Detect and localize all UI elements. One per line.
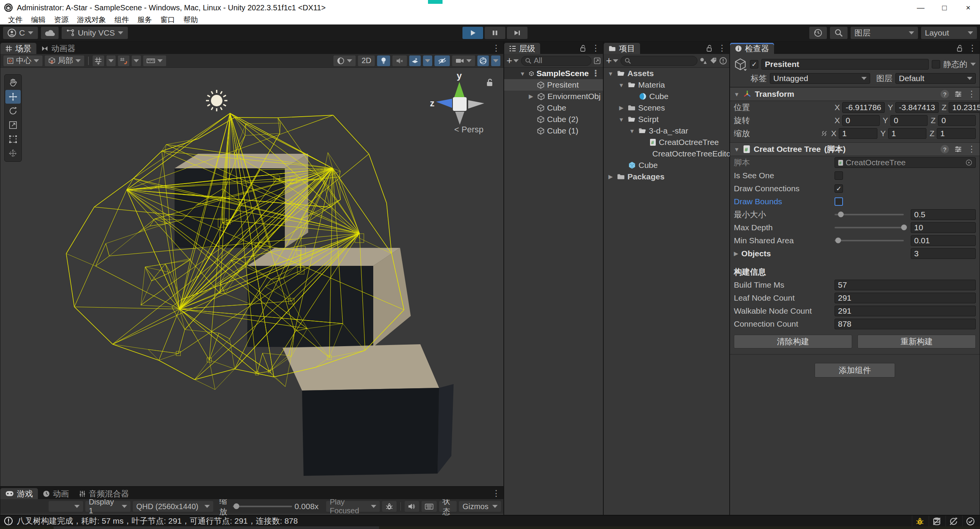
tree-item-scene[interactable]: ▼ SampleScene ⋮ <box>504 68 603 79</box>
active-checkbox[interactable]: ✓ <box>750 60 758 68</box>
auto-refresh-disabled-button[interactable] <box>946 516 961 527</box>
slider-thumb[interactable] <box>835 238 841 243</box>
camera-dropdown[interactable] <box>452 55 475 66</box>
unlock-icon[interactable] <box>706 45 712 52</box>
tree-item-cube-1[interactable]: Cube (1) <box>504 125 603 137</box>
menu-assets[interactable]: 资源 <box>50 15 73 25</box>
search-by-label-button[interactable] <box>710 57 717 64</box>
2d-toggle-button[interactable]: 2D <box>358 55 375 66</box>
menu-component[interactable]: 组件 <box>110 15 133 25</box>
unity-vcs-button[interactable]: Unity VCS <box>62 27 128 39</box>
script-object-field[interactable]: # CreatOctreeTree <box>835 157 976 168</box>
orientation-gizmo[interactable]: y z <box>428 70 493 147</box>
resolution-dropdown[interactable]: QHD (2560x1440) <box>133 501 213 512</box>
hidden-packages-button[interactable] <box>719 57 727 65</box>
slider-thumb[interactable] <box>901 225 907 230</box>
inspector-menu-kebab-icon[interactable]: ⋮ <box>968 43 977 53</box>
tool-handle-pivot-dropdown[interactable]: 中心 <box>3 55 42 66</box>
help-icon[interactable]: ? <box>941 90 949 98</box>
display-dropdown[interactable]: Display 1 <box>85 501 131 512</box>
hierarchy-menu-kebab-icon[interactable]: ⋮ <box>591 43 600 53</box>
projection-label[interactable]: < Persp <box>454 125 483 135</box>
rotation-x-field[interactable]: 0 <box>842 115 880 126</box>
draw-connections-checkbox[interactable]: ✓ <box>835 184 843 193</box>
menu-help[interactable]: 帮助 <box>179 15 202 25</box>
tree-item-assets[interactable]: ▼ Assets <box>604 68 729 79</box>
lighting-toggle-button[interactable] <box>377 55 390 66</box>
zoom-slider-thumb[interactable] <box>234 503 239 509</box>
min-size-slider[interactable] <box>835 210 904 219</box>
tree-item-enviormentobj[interactable]: ▶ EnviormentObj <box>504 91 603 102</box>
snap-increment-button[interactable] <box>118 55 129 66</box>
scene-viewport[interactable]: y z < Persp <box>0 68 503 486</box>
rebuild-button[interactable]: 重新构建 <box>858 335 976 348</box>
vsync-keyboard-button[interactable] <box>421 501 437 512</box>
leaf-node-field[interactable]: 291 <box>835 293 976 303</box>
tree-item-scirpt[interactable]: ▼ Scirpt <box>604 114 729 125</box>
scale-x-field[interactable]: 1 <box>839 128 877 139</box>
search-by-type-button[interactable] <box>700 57 707 64</box>
link-broken-icon[interactable] <box>820 130 828 137</box>
is-see-one-checkbox[interactable] <box>835 171 843 180</box>
game-gizmos-dropdown[interactable]: Gizmos <box>459 501 501 512</box>
debugger-attached-button[interactable] <box>912 516 927 527</box>
shading-mode-dropdown[interactable] <box>333 55 356 66</box>
effects-dropdown[interactable] <box>423 55 432 66</box>
presets-icon[interactable] <box>954 145 962 153</box>
rotation-z-field[interactable]: 0 <box>938 115 976 126</box>
zoom-slider[interactable] <box>233 506 292 507</box>
tab-animation[interactable]: 动画 <box>38 488 74 499</box>
menu-edit[interactable]: 编辑 <box>27 15 50 25</box>
tag-dropdown[interactable]: Untagged <box>770 73 870 84</box>
tree-item-presitent[interactable]: Presitent <box>504 79 603 91</box>
game-menu-kebab-icon[interactable]: ⋮ <box>492 488 500 498</box>
open-search-window-button[interactable] <box>594 57 601 64</box>
stats-button[interactable]: 状态 <box>439 501 457 512</box>
aspect-dropdown[interactable] <box>49 501 83 512</box>
max-depth-slider[interactable] <box>835 223 904 232</box>
step-button[interactable] <box>507 27 528 39</box>
clear-build-button[interactable]: 清除构建 <box>734 335 852 348</box>
scale-tool-button[interactable] <box>5 118 21 132</box>
layout-dropdown[interactable]: Layout <box>921 27 977 39</box>
effects-toggle-button[interactable] <box>409 55 421 66</box>
tree-item-cube-2[interactable]: Cube (2) <box>504 114 603 125</box>
component-kebab-icon[interactable]: ⋮ <box>967 89 976 99</box>
foldout-open-icon[interactable]: ▼ <box>734 91 740 98</box>
foldout-closed-icon[interactable]: ▶ <box>527 93 535 100</box>
move-tool-button[interactable] <box>5 90 21 104</box>
search-button[interactable] <box>830 27 848 39</box>
add-component-button[interactable]: 添加组件 <box>815 363 895 378</box>
tree-item-3da-star[interactable]: ▼ 3-d-a_-star <box>604 125 729 137</box>
tree-item-cube[interactable]: Cube <box>504 102 603 114</box>
tree-item-creatoctreetreeeditor[interactable]: # CreatOctreeTreeEditor <box>604 148 729 160</box>
position-x-field[interactable]: -6.911786 <box>842 102 885 113</box>
hierarchy-search-input[interactable]: All <box>521 56 591 66</box>
cache-server-disabled-button[interactable] <box>929 516 944 527</box>
create-asset-button[interactable]: + <box>606 55 618 67</box>
tree-item-materia[interactable]: ▼ Materia <box>604 79 729 91</box>
layers-dropdown[interactable]: 图层 <box>851 27 918 39</box>
tab-audio-mixer[interactable]: 音频混合器 <box>74 488 134 499</box>
transform-header[interactable]: ▼ Transform ? ⋮ <box>730 87 980 101</box>
foldout-open-icon[interactable]: ▼ <box>734 146 740 153</box>
scene-visibility-button[interactable] <box>434 55 450 66</box>
ruler-tool-dropdown[interactable] <box>143 55 166 66</box>
foldout-open-icon[interactable]: ▼ <box>519 70 526 77</box>
tab-game[interactable]: 游戏 <box>0 488 38 499</box>
rect-tool-button[interactable] <box>5 132 21 146</box>
slider-thumb[interactable] <box>838 212 844 217</box>
tab-animator[interactable]: 动画器 <box>36 43 80 54</box>
menu-gameobject[interactable]: 游戏对象 <box>73 15 110 25</box>
tree-item-scenes[interactable]: ▶ Scenes <box>604 102 729 114</box>
static-checkbox[interactable] <box>932 60 940 68</box>
gizmos-toggle-button[interactable] <box>477 55 489 66</box>
hand-tool-button[interactable] <box>5 76 21 90</box>
tree-item-cube-prefab[interactable]: Cube <box>604 160 729 171</box>
static-dropdown-icon[interactable] <box>970 63 976 66</box>
play-button[interactable] <box>462 27 483 39</box>
name-field[interactable]: Presitent <box>761 59 929 70</box>
undo-history-button[interactable] <box>809 27 827 39</box>
progress-ok-button[interactable] <box>962 516 978 527</box>
draw-bounds-checkbox[interactable] <box>835 197 843 206</box>
